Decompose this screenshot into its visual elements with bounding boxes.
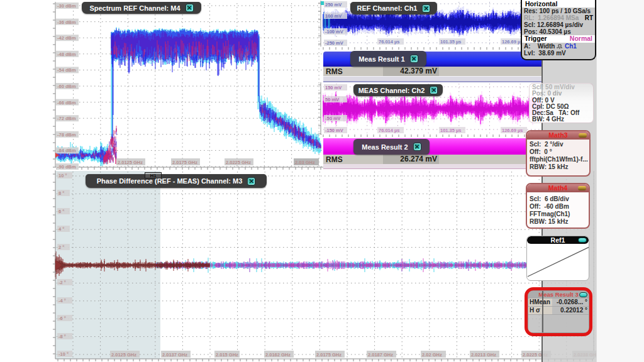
svg-text:2.0213 GHz: 2.0213 GHz	[471, 352, 496, 358]
svg-text:-90 dBm: -90 dBm	[57, 164, 76, 170]
svg-text:-50 mV: -50 mV	[325, 116, 341, 121]
svg-text:126.69 µs: 126.69 µs	[502, 39, 523, 45]
svg-text:-66 dBm: -66 dBm	[57, 100, 76, 106]
svg-text:2.0175 GHz: 2.0175 GHz	[316, 352, 341, 358]
svg-text:2 °: 2 °	[58, 244, 64, 250]
svg-text:-78 dBm: -78 dBm	[57, 132, 76, 138]
svg-text:2.0125 GHz: 2.0125 GHz	[111, 352, 136, 358]
svg-text:2.0187 GHz: 2.0187 GHz	[368, 352, 393, 358]
svg-text:-30 dBm: -30 dBm	[57, 3, 76, 9]
svg-text:76.014 µs: 76.014 µs	[379, 128, 400, 133]
svg-text:-4 °: -4 °	[58, 298, 66, 304]
svg-text:8 °: 8 °	[58, 190, 64, 196]
svg-text:-60 dBm: -60 dBm	[57, 84, 76, 89]
svg-text:-8 °: -8 °	[58, 334, 66, 339]
svg-text:-10 °: -10 °	[58, 351, 69, 357]
svg-text:250 mV: 250 mV	[325, 2, 341, 8]
svg-text:126.69 µs: 126.69 µs	[502, 128, 523, 133]
svg-text:-72 dBm: -72 dBm	[57, 116, 76, 121]
svg-text:101.35 µs: 101.35 µs	[440, 128, 462, 133]
svg-text:2.03 GHz: 2.03 GHz	[295, 160, 315, 165]
svg-text:6 °: 6 °	[58, 209, 64, 214]
svg-text:2.0175 GHz: 2.0175 GHz	[172, 160, 197, 165]
svg-text:-42 dBm: -42 dBm	[57, 35, 76, 41]
svg-text:-250 mV: -250 mV	[325, 40, 343, 46]
svg-text:-150 mV: -150 mV	[325, 128, 343, 133]
svg-text:-36 dBm: -36 dBm	[57, 19, 76, 25]
svg-text:-6 °: -6 °	[58, 315, 66, 321]
svg-text:101.35 µs: 101.35 µs	[440, 39, 462, 45]
svg-text:2.0125 GHz: 2.0125 GHz	[118, 160, 143, 165]
svg-text:2.015 GHz: 2.015 GHz	[216, 352, 238, 358]
svg-text:2.0225 GHz: 2.0225 GHz	[226, 160, 251, 165]
svg-text:4 °: 4 °	[58, 226, 64, 232]
svg-text:50 mV: 50 mV	[325, 97, 339, 102]
svg-text:2.02 GHz: 2.02 GHz	[422, 352, 442, 358]
svg-text:-48 dBm: -48 dBm	[57, 52, 76, 57]
svg-text:-2 °: -2 °	[58, 280, 66, 285]
svg-text:100 mV: 100 mV	[325, 13, 341, 19]
svg-text:10 °: 10 °	[58, 173, 67, 178]
svg-text:150 mV: 150 mV	[325, 85, 341, 90]
svg-text:-54 dBm: -54 dBm	[57, 67, 76, 73]
svg-text:2.0137 GHz: 2.0137 GHz	[162, 352, 187, 358]
svg-text:-100 mV: -100 mV	[325, 29, 343, 35]
svg-text:-84 dBm: -84 dBm	[57, 148, 76, 153]
svg-text:2.0162 GHz: 2.0162 GHz	[265, 352, 291, 358]
svg-text:76.014 µs: 76.014 µs	[379, 39, 400, 45]
